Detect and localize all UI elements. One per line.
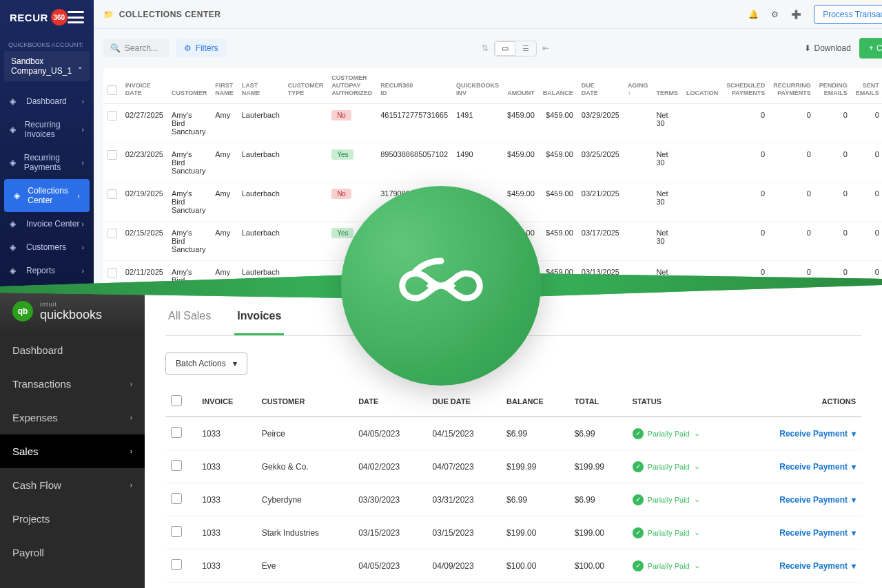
chevron-down-icon: ⌄ xyxy=(694,495,700,504)
col-header[interactable]: CUSTOMERAUTOPAYAUTHORIZED xyxy=(327,67,376,104)
refresh-icon: ◈ xyxy=(10,158,17,167)
col-header[interactable]: ACTIONS xyxy=(738,387,861,417)
col-header[interactable]: INVOICE xyxy=(196,387,256,417)
card-view-icon[interactable]: ▭ xyxy=(495,41,515,56)
col-header[interactable]: DATE xyxy=(353,387,427,417)
nav-label: Reports xyxy=(26,266,55,275)
row-checkbox[interactable] xyxy=(171,460,182,471)
chevron-right-icon: › xyxy=(130,380,132,388)
receive-payment-link[interactable]: Receive Payment ▾ xyxy=(779,561,856,571)
table-row[interactable]: 1033Eve04/05/202304/09/2023$100.00$100.0… xyxy=(165,549,861,582)
row-checkbox[interactable] xyxy=(107,268,117,277)
col-header[interactable]: DUEDATE xyxy=(577,67,624,104)
sidebar-item-collections-center[interactable]: ◈Collections Center› xyxy=(4,179,90,212)
table-row[interactable]: 02/27/2025Amy's Bird SanctuaryAmyLauterb… xyxy=(103,104,882,143)
qb-nav-dashboard[interactable]: Dashboard xyxy=(0,333,145,367)
col-header[interactable]: AMOUNT xyxy=(503,67,539,104)
sort-icon[interactable]: ⇅ xyxy=(482,43,489,53)
columns-icon[interactable]: ⇤ xyxy=(542,43,549,53)
col-header[interactable]: INVOICEDATE xyxy=(121,67,167,104)
col-header[interactable]: TERMS xyxy=(652,67,682,104)
status-badge[interactable]: ✓Parially Paid ⌄ xyxy=(633,560,700,571)
row-checkbox[interactable] xyxy=(171,526,182,537)
gear-icon[interactable]: ⚙ xyxy=(771,10,779,19)
col-header[interactable]: RECURRINGPAYMENTS xyxy=(769,67,815,104)
qb-nav-transactions[interactable]: Transactions› xyxy=(0,367,145,401)
tab-all-sales[interactable]: All Sales xyxy=(165,303,214,335)
col-header[interactable]: SENTEMAILS xyxy=(852,67,882,104)
row-checkbox[interactable] xyxy=(171,559,182,570)
qb-nav-sales[interactable]: Sales› xyxy=(0,434,145,468)
plus-icon[interactable]: ➕ xyxy=(791,10,801,19)
col-header[interactable] xyxy=(103,67,121,104)
row-checkbox[interactable] xyxy=(107,189,117,199)
select-all-checkbox[interactable] xyxy=(107,85,117,95)
account-selector[interactable]: Sandbox Company_US_1 ⌄ xyxy=(4,51,90,81)
sidebar-item-invoice-center[interactable]: ◈Invoice Center› xyxy=(0,212,94,235)
col-header[interactable]: DUE DATE xyxy=(427,387,501,417)
table-row[interactable]: 1033Cyberdyne03/30/202303/31/2023$6.99$6… xyxy=(165,483,861,516)
row-checkbox[interactable] xyxy=(107,111,117,120)
col-header[interactable]: QUICKBOOKSINV xyxy=(452,67,503,104)
batch-actions-button[interactable]: Batch Actions ▾ xyxy=(165,353,247,375)
view-toggle[interactable]: ▭ ☰ xyxy=(494,41,537,56)
status-badge[interactable]: ✓Parially Paid ⌄ xyxy=(633,494,700,505)
table-row[interactable]: 1033Gekko & Co.04/02/202304/07/2023$199.… xyxy=(165,450,861,483)
col-header[interactable]: FIRSTNAME xyxy=(211,67,238,104)
status-badge[interactable]: ✓Parially Paid ⌄ xyxy=(633,461,700,472)
status-badge[interactable]: ✓Parially Paid ⌄ xyxy=(633,428,700,439)
col-header[interactable]: LOCATION xyxy=(682,67,722,104)
receive-payment-link[interactable]: Receive Payment ▾ xyxy=(779,462,856,472)
col-header[interactable]: BALANCE xyxy=(501,387,569,417)
col-header[interactable]: PENDINGEMAILS xyxy=(815,67,852,104)
process-transactions-button[interactable]: Process Transactions xyxy=(814,5,882,24)
col-header[interactable]: STATUS xyxy=(627,387,738,417)
menu-toggle-icon[interactable] xyxy=(68,11,84,23)
row-checkbox[interactable] xyxy=(171,493,182,504)
status-badge[interactable]: ✓Parially Paid ⌄ xyxy=(633,527,700,538)
select-all-checkbox[interactable] xyxy=(171,395,182,406)
table-row[interactable]: 1033Peirce04/05/202304/15/2023$6.99$6.99… xyxy=(165,417,861,450)
qb-nav-cash-flow[interactable]: Cash Flow› xyxy=(0,468,145,502)
sidebar-item-recurring-payments[interactable]: ◈Recurring Payments› xyxy=(0,146,94,179)
col-header[interactable]: CUSTOMERTYPE xyxy=(284,67,327,104)
table-row[interactable]: 1033Stark Industries03/15/202303/15/2023… xyxy=(165,516,861,549)
account-name: Sandbox Company_US_1 xyxy=(11,56,77,76)
chevron-right-icon: › xyxy=(82,220,84,228)
sidebar-item-dashboard[interactable]: ◈Dashboard› xyxy=(0,90,94,113)
row-checkbox[interactable] xyxy=(171,427,182,438)
tab-invoices[interactable]: Invoices xyxy=(234,303,284,335)
sidebar-item-recurring-invoices[interactable]: ◈Recurring Invoices› xyxy=(0,113,94,146)
col-header[interactable]: LASTNAME xyxy=(238,67,284,104)
invoices-table: INVOICECUSTOMERDATEDUE DATEBALANCETOTALS… xyxy=(165,387,861,582)
sidebar-item-reports[interactable]: ◈Reports› xyxy=(0,259,94,282)
receive-payment-link[interactable]: Receive Payment ▾ xyxy=(779,528,856,538)
row-checkbox[interactable] xyxy=(107,150,117,160)
table-row[interactable]: 02/23/2025Amy's Bird SanctuaryAmyLauterb… xyxy=(103,143,882,182)
receive-payment-link[interactable]: Receive Payment ▾ xyxy=(779,495,856,505)
search-input[interactable]: 🔍 Search... xyxy=(103,39,169,57)
col-header[interactable]: AGING ↑ xyxy=(624,67,653,104)
qb-nav-expenses[interactable]: Expenses› xyxy=(0,401,145,434)
download-button[interactable]: ⬇ Download xyxy=(804,43,850,53)
caret-down-icon: ▾ xyxy=(852,528,856,538)
create-button[interactable]: + Create xyxy=(859,38,882,59)
filters-button[interactable]: ⚙ Filters xyxy=(176,39,227,57)
list-view-icon[interactable]: ☰ xyxy=(515,41,536,56)
col-header[interactable]: CUSTOMER xyxy=(167,67,211,104)
col-header[interactable]: CUSTOMER xyxy=(256,387,353,417)
col-header[interactable] xyxy=(165,387,196,417)
qb-nav-payroll[interactable]: Payroll xyxy=(0,536,145,569)
bell-icon[interactable]: 🔔 xyxy=(748,10,759,19)
receive-payment-link[interactable]: Receive Payment ▾ xyxy=(779,429,856,439)
check-icon: ✓ xyxy=(633,560,644,571)
recur-logo: RECUR 360 xyxy=(10,9,68,25)
caret-down-icon: ▾ xyxy=(852,561,856,571)
sidebar-item-customers[interactable]: ◈Customers› xyxy=(0,235,94,259)
qb-nav-projects[interactable]: Projects xyxy=(0,502,145,536)
col-header[interactable]: TOTAL xyxy=(569,387,627,417)
row-checkbox[interactable] xyxy=(107,229,117,238)
col-header[interactable]: SCHEDULEDPAYMENTS xyxy=(722,67,769,104)
col-header[interactable]: RECUR360ID xyxy=(376,67,452,104)
col-header[interactable]: BALANCE xyxy=(539,67,577,104)
